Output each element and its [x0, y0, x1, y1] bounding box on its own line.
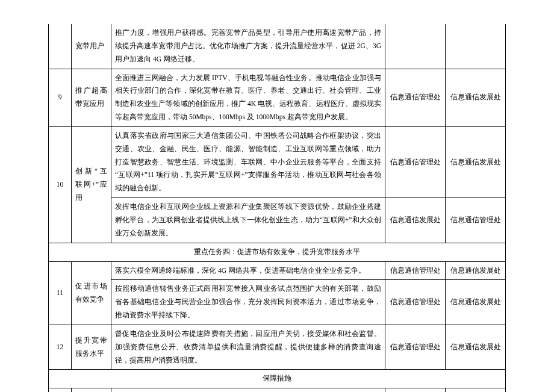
cell-dept1: 信息通信管理处: [385, 261, 446, 280]
table-row: 9 推广超高带宽应用 全面推进三网融合，大力发展 IPTV、手机电视等融合性业务…: [49, 69, 506, 126]
cell-num: 12: [49, 325, 72, 370]
cell-task: 宽带用户: [72, 24, 111, 69]
cell-desc: 推广力度，增强用户获得感。完善宽带产品类型，引导用户使用高速宽带产品，持续提升高…: [111, 24, 385, 69]
section-header: 保障措施: [49, 370, 506, 388]
cell-num: 10: [49, 126, 72, 243]
cell-dept1: 信息通信管理处: [385, 280, 446, 325]
section-header: 重点任务四：促进市场有效竞争，提升宽带服务水平: [49, 243, 506, 261]
cell-dept2: 信息通信发展处: [446, 126, 506, 198]
cell-dept2: [446, 24, 506, 69]
table-row: 10 创新“互联网+”应用 认真落实省政府与国家三大通信集团公司、中国铁塔公司战…: [49, 126, 506, 198]
cell-dept2: 信息通信发展处: [446, 280, 506, 325]
table-row: 按照移动通信转售业务正式商用和宽带接入网业务试点范围扩大的有关部署，鼓励省各基础…: [49, 280, 506, 325]
cell-desc: 认真落实省政府与国家三大通信集团公司、中国铁塔公司战略合作框架协议，突出交通、农…: [111, 126, 385, 198]
cell-task: 提升宽带服务水平: [72, 325, 111, 370]
cell-task: 创新“互联网+”应用: [72, 126, 111, 243]
cell-num: [49, 24, 72, 69]
cell-dept1: 信息通信发展处: [385, 388, 446, 392]
cell-dept1: [385, 24, 446, 69]
cell-dept2: 信息通信发展处: [446, 69, 506, 126]
policy-table: 宽带用户 推广力度，增强用户获得感。完善宽带产品类型，引导用户使用高速宽带产品，…: [48, 24, 506, 392]
cell-desc: 发挥电信企业和互联网企业线上资源和产业集聚区等线下资源优势，鼓励企业搭建孵化平台…: [111, 198, 385, 243]
cell-desc: 落实六模全网通终端标准，深化 4G 网络共享，促进基础电信企业全业务竞争。: [111, 261, 385, 280]
cell-num: 13: [49, 388, 72, 392]
section-header-row: 重点任务四：促进市场有效竞争，提升宽带服务水平: [49, 243, 506, 261]
cell-desc: 按照移动通信转售业务正式商用和宽带接入网业务试点范围扩大的有关部署，鼓励省各基础…: [111, 280, 385, 325]
cell-task: 推广超高带宽应用: [72, 69, 111, 126]
cell-dept2: 信息通信发展处: [446, 325, 506, 370]
cell-dept1: 信息通信管理处: [385, 126, 446, 198]
cell-num: 11: [49, 261, 72, 325]
cell-desc: 统筹做好《河南省信息通信业“十三五”规划》、《河南省云计算、大数据产业: [111, 388, 385, 392]
cell-num: 9: [49, 69, 72, 126]
cell-task: 强化顶层设: [72, 388, 111, 392]
cell-dept2: [446, 388, 506, 392]
table-row: 宽带用户 推广力度，增强用户获得感。完善宽带产品类型，引导用户使用高速宽带产品，…: [49, 24, 506, 69]
cell-dept2: 信息通信发展处: [446, 261, 506, 280]
cell-desc: 全面推进三网融合，大力发展 IPTV、手机电视等融合性业务。推动电信企业加强与相…: [111, 69, 385, 126]
cell-dept2: 信息通信管理处: [446, 198, 506, 243]
cell-dept1: 信息通信管理处: [385, 325, 446, 370]
cell-dept1: 信息通信发展处: [385, 198, 446, 243]
cell-desc: 督促电信企业及时公布提速降费有关措施，回应用户关切，接受媒体和社会监督。加强资费…: [111, 325, 385, 370]
table-row: 12 提升宽带服务水平 督促电信企业及时公布提速降费有关措施，回应用户关切，接受…: [49, 325, 506, 370]
cell-task: 促进市场有效竞争: [72, 261, 111, 325]
table-row: 13 强化顶层设 统筹做好《河南省信息通信业“十三五”规划》、《河南省云计算、大…: [49, 388, 506, 392]
cell-dept1: 信息通信管理处: [385, 69, 446, 126]
table-row: 发挥电信企业和互联网企业线上资源和产业集聚区等线下资源优势，鼓励企业搭建孵化平台…: [49, 198, 506, 243]
section-header-row: 保障措施: [49, 370, 506, 388]
table-row: 11 促进市场有效竞争 落实六模全网通终端标准，深化 4G 网络共享，促进基础电…: [49, 261, 506, 280]
